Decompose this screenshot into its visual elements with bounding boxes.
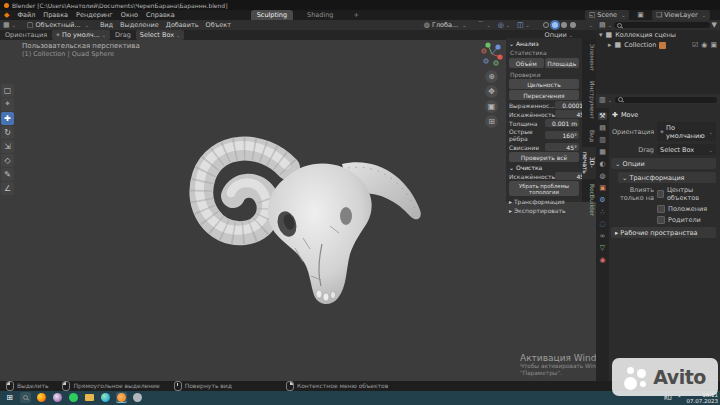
transform-section-header[interactable]: ▸ Трансформация [509, 198, 579, 205]
workspaces-section-header[interactable]: ▸ Рабочие пространства [611, 227, 716, 238]
workspace-add-button[interactable]: + [347, 10, 364, 20]
tool-scale[interactable]: ⇲ [1, 140, 14, 153]
menu-select[interactable]: Выделение [120, 21, 159, 29]
menu-edit[interactable]: Правка [43, 11, 68, 19]
sharp-edges-row[interactable]: Острые рёбра160° [509, 128, 579, 142]
shading-solid-button[interactable] [552, 22, 558, 28]
editor-type-icon[interactable]: ▦ [3, 21, 16, 29]
ortho-toggle-icon[interactable]: ⊞ [485, 115, 498, 128]
collapse-arrow-icon[interactable]: ▸ [608, 41, 612, 49]
distorted-row[interactable]: Искажённость45° [509, 110, 579, 118]
menu-help[interactable]: Справка [146, 11, 175, 19]
tab-physics-icon[interactable]: ◌ [599, 220, 605, 228]
outliner-editor-icon[interactable]: ▤ [599, 21, 612, 29]
origins-checkbox[interactable] [657, 190, 664, 198]
menu-file[interactable]: Файл [17, 11, 35, 19]
zoom-icon[interactable]: ⊕ [485, 70, 498, 83]
options-section-header[interactable]: ⌄ Опции [611, 158, 716, 169]
shading-options-icon[interactable] [587, 21, 593, 29]
properties-search-input[interactable] [615, 97, 717, 103]
analyze-section-header[interactable]: ⌄ Анализ [509, 40, 579, 47]
whatsapp-icon[interactable] [68, 392, 79, 403]
drag-dropdown[interactable]: Select Box [657, 144, 716, 155]
tool-move[interactable]: ✚ [1, 112, 14, 125]
cleanup-distorted-row[interactable]: Искажённость45° [509, 172, 579, 180]
thickness-row[interactable]: Толщина0.001 m [509, 119, 579, 127]
tool-transform[interactable]: ◇ [1, 154, 14, 167]
tool-measure[interactable]: ∠ [1, 182, 14, 195]
workspace-tab-shading[interactable]: Shading [301, 10, 339, 20]
collection-row[interactable]: ▸ ▦ Collection ☑ ◉ ▣ [596, 40, 720, 50]
menu-render[interactable]: Рендеринг [76, 11, 113, 19]
taskbar-search-button[interactable] [20, 392, 31, 403]
check-all-button[interactable]: Проверить всё [509, 152, 579, 162]
overhang-row[interactable]: Свисание45° [509, 143, 579, 151]
explorer-folder-icon[interactable] [84, 392, 95, 403]
edge-icon[interactable] [100, 392, 111, 403]
menu-view[interactable]: Вид [100, 21, 113, 29]
properties-editor-icon[interactable]: ▥ [599, 96, 612, 104]
scene-collection-row[interactable]: ▾ ▦ Коллекция сцены [596, 30, 720, 40]
intersections-check-button[interactable]: Пересечения [509, 90, 579, 100]
expand-arrow-icon[interactable]: ▾ [599, 31, 603, 39]
tab-world-icon[interactable]: ◍ [599, 172, 605, 180]
tool-cursor[interactable]: ⌖ [1, 98, 14, 111]
tool-rotate[interactable]: ↻ [1, 126, 14, 139]
drag-dropdown[interactable]: Select Box [136, 30, 184, 40]
app-icon[interactable] [132, 392, 143, 403]
tab-tool[interactable]: Инструмент [582, 76, 596, 124]
volume-button[interactable]: Объём [509, 58, 544, 68]
parents-checkbox[interactable] [657, 216, 665, 224]
orientation-dropdown[interactable]: ⌖ По умолчанию [657, 122, 716, 141]
transform-orientation-dropdown[interactable]: ◍ Глоба... [420, 20, 471, 30]
tab-constraints-icon[interactable]: ∞ [600, 232, 606, 240]
tab-3dprint[interactable]: 3D-печать [582, 147, 596, 179]
make-manifold-button[interactable]: Убрать проблемы топологии [509, 181, 579, 196]
area-button[interactable]: Площадь [545, 58, 580, 68]
tool-annotate[interactable]: ✎ [1, 168, 14, 181]
hide-eye-icon[interactable]: ◉ [701, 41, 707, 49]
blender-menu-icon[interactable]: ◆ [4, 11, 9, 19]
degenerate-row[interactable]: Выраженнос...0.00010 [509, 101, 579, 109]
menu-object[interactable]: Объект [206, 21, 231, 29]
filter-funnel-icon[interactable]: ▼ [712, 21, 717, 29]
browser-app-icon[interactable] [52, 392, 63, 403]
navigation-gizmo[interactable] [478, 40, 506, 68]
tab-data-icon[interactable]: ▽ [600, 244, 605, 252]
tab-render-icon[interactable]: ▤ [599, 124, 606, 132]
menu-window[interactable]: Окно [121, 11, 138, 19]
camera-view-icon[interactable]: ▣ [485, 100, 498, 113]
shading-rendered-button[interactable] [570, 22, 576, 28]
tab-modifiers-icon[interactable]: ⚙ [599, 196, 605, 204]
window-titlebar[interactable]: Blender [C:\Users\Анатолий\Documents\Чер… [0, 0, 720, 10]
outliner-search-input[interactable] [614, 22, 710, 28]
scene-selector[interactable]: ◱ Scene [585, 10, 630, 20]
menu-add[interactable]: Добавить [166, 21, 199, 29]
cleanup-section-header[interactable]: ⌄ Очистка [509, 164, 579, 171]
tab-rocbuilder[interactable]: RocBuilder [582, 179, 596, 221]
tab-tool-icon[interactable]: ⚒ [598, 112, 606, 120]
tab-material-icon[interactable]: ◉ [599, 256, 605, 264]
ram-skull-model[interactable] [170, 106, 430, 336]
pan-hand-icon[interactable]: ✥ [485, 85, 498, 98]
affect-origins-option[interactable]: Центры объектов [657, 186, 716, 202]
transform-subsection-header[interactable]: ⌄ Трансформация [618, 172, 716, 183]
orientation-dropdown[interactable]: ⌖ По умолч... [52, 30, 110, 40]
mode-dropdown[interactable]: ▢ Объектный... [23, 20, 93, 30]
tab-particles-icon[interactable]: ∴ [600, 208, 604, 216]
tool-select-box[interactable]: ▢ [1, 84, 14, 97]
viewlayer-selector[interactable]: ❏ ViewLayer [652, 10, 710, 20]
locations-checkbox[interactable] [657, 205, 665, 213]
render-camera-icon[interactable]: ▣ [710, 41, 717, 49]
firefox-icon[interactable] [36, 392, 47, 403]
exclude-checkbox-icon[interactable]: ☑ [692, 41, 698, 49]
tab-scene-icon[interactable]: ◐ [599, 160, 605, 168]
workspace-tab-sculpting[interactable]: Sculpting [251, 10, 293, 20]
tab-output-icon[interactable]: ▥ [599, 136, 606, 144]
tab-view[interactable]: Вид [582, 125, 596, 147]
overlays-icon[interactable]: ◫ [517, 21, 530, 29]
tab-viewlayer-icon[interactable]: ▦ [599, 148, 606, 156]
proportional-edit-icon[interactable]: ◎ [498, 21, 510, 29]
shading-material-button[interactable] [561, 22, 567, 28]
affect-locations-option[interactable]: Положения [657, 205, 716, 213]
